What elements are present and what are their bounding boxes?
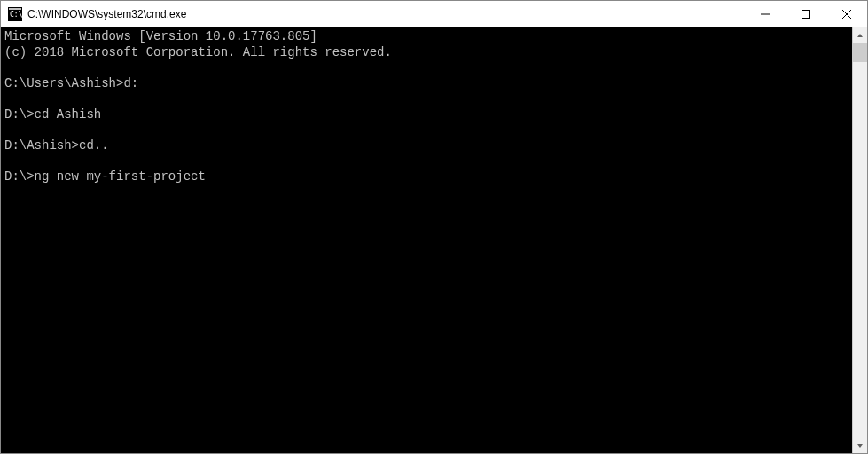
- scroll-thumb[interactable]: [853, 43, 867, 62]
- terminal-output[interactable]: Microsoft Windows [Version 10.0.17763.80…: [1, 27, 852, 453]
- svg-marker-8: [857, 444, 863, 448]
- close-button[interactable]: [826, 1, 867, 27]
- svg-text:C:\: C:\: [10, 11, 22, 19]
- scroll-up-arrow-icon[interactable]: [853, 27, 867, 43]
- maximize-button[interactable]: [786, 1, 826, 27]
- window-title: C:\WINDOWS\system32\cmd.exe: [27, 8, 745, 20]
- cmd-icon: C:\: [8, 7, 22, 21]
- svg-marker-7: [857, 34, 863, 37]
- scroll-down-arrow-icon[interactable]: [853, 438, 867, 453]
- svg-rect-4: [802, 10, 810, 18]
- svg-rect-1: [9, 8, 21, 10]
- content-area: Microsoft Windows [Version 10.0.17763.80…: [1, 27, 867, 453]
- scroll-track[interactable]: [853, 43, 867, 438]
- cmd-window: C:\ C:\WINDOWS\system32\cmd.exe Microsof…: [0, 0, 868, 454]
- window-controls: [745, 1, 867, 27]
- vertical-scrollbar[interactable]: [852, 27, 867, 453]
- minimize-button[interactable]: [745, 1, 786, 27]
- titlebar[interactable]: C:\ C:\WINDOWS\system32\cmd.exe: [1, 1, 867, 27]
